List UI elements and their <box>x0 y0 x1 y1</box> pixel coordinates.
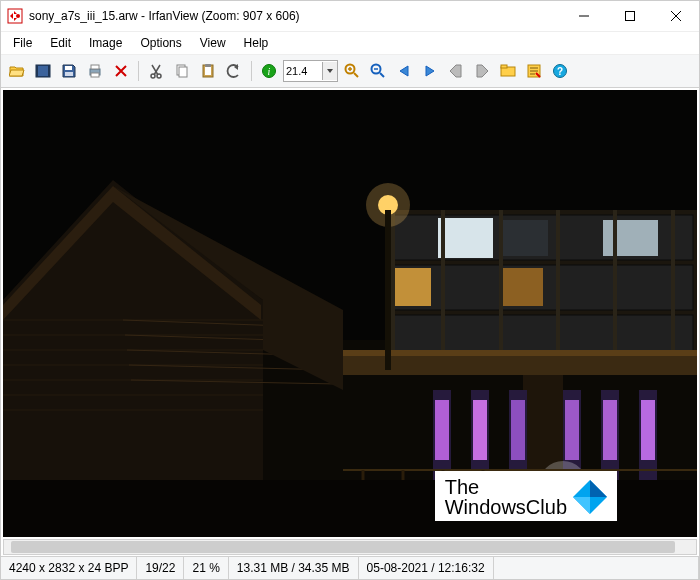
browse-folder-button[interactable] <box>496 59 520 83</box>
svg-point-12 <box>151 74 155 78</box>
svg-rect-50 <box>385 210 391 370</box>
svg-marker-88 <box>590 480 607 497</box>
status-bar: 4240 x 2832 x 24 BPP 19/22 21 % 13.31 MB… <box>1 556 699 579</box>
save-button[interactable] <box>57 59 81 83</box>
menu-options[interactable]: Options <box>132 34 189 52</box>
status-dimensions: 4240 x 2832 x 24 BPP <box>1 557 137 579</box>
watermark-logo-icon <box>573 480 607 514</box>
watermark-line1: The <box>445 477 567 497</box>
scrollbar-thumb[interactable] <box>11 541 675 553</box>
status-zoom: 21 % <box>184 557 228 579</box>
image-canvas[interactable]: The WindowsClub <box>3 90 697 537</box>
image-viewer: The WindowsClub <box>1 88 699 556</box>
svg-point-13 <box>157 74 161 78</box>
svg-rect-5 <box>36 65 38 77</box>
svg-rect-38 <box>503 268 543 306</box>
svg-rect-18 <box>205 64 211 67</box>
maximize-button[interactable] <box>607 1 653 31</box>
close-button[interactable] <box>653 1 699 31</box>
settings-button[interactable] <box>522 59 546 83</box>
svg-rect-7 <box>65 66 72 70</box>
svg-rect-17 <box>205 67 211 75</box>
menu-edit[interactable]: Edit <box>42 34 79 52</box>
svg-rect-62 <box>641 400 655 460</box>
watermark: The WindowsClub <box>435 471 617 521</box>
app-window: sony_a7s_iii_15.arw - IrfanView (Zoom: 9… <box>0 0 700 580</box>
window-title: sony_a7s_iii_15.arw - IrfanView (Zoom: 9… <box>29 9 561 23</box>
toolbar-separator <box>138 61 139 81</box>
displayed-image <box>3 90 697 537</box>
svg-rect-36 <box>603 220 658 256</box>
svg-rect-45 <box>338 355 697 375</box>
zoom-input[interactable] <box>284 62 322 80</box>
svg-rect-15 <box>179 67 187 77</box>
watermark-line2: WindowsClub <box>445 497 567 517</box>
svg-rect-2 <box>626 12 635 21</box>
svg-rect-10 <box>91 65 99 69</box>
info-button[interactable]: i <box>257 59 281 83</box>
prev-page-button[interactable] <box>444 59 468 83</box>
status-datetime: 05-08-2021 / 12:16:32 <box>359 557 494 579</box>
svg-rect-58 <box>565 400 579 460</box>
svg-rect-52 <box>435 400 449 460</box>
watermark-text: The WindowsClub <box>445 477 567 517</box>
minimize-button[interactable] <box>561 1 607 31</box>
svg-rect-34 <box>438 218 493 258</box>
status-spacer <box>494 557 699 579</box>
menu-view[interactable]: View <box>192 34 234 52</box>
menu-help[interactable]: Help <box>236 34 277 52</box>
svg-rect-54 <box>473 400 487 460</box>
svg-rect-8 <box>65 72 73 76</box>
title-bar: sony_a7s_iii_15.arw - IrfanView (Zoom: 9… <box>1 1 699 32</box>
svg-rect-56 <box>511 400 525 460</box>
svg-rect-24 <box>501 65 507 68</box>
delete-button[interactable] <box>109 59 133 83</box>
zoom-in-button[interactable] <box>340 59 364 83</box>
svg-point-1 <box>16 14 20 18</box>
svg-marker-89 <box>573 497 590 514</box>
prev-button[interactable] <box>392 59 416 83</box>
window-controls <box>561 1 699 31</box>
svg-rect-11 <box>91 73 99 77</box>
status-size: 13.31 MB / 34.35 MB <box>229 557 359 579</box>
menu-file[interactable]: File <box>5 34 40 52</box>
svg-rect-46 <box>338 350 697 356</box>
svg-rect-37 <box>393 268 431 306</box>
help-button[interactable]: ? <box>548 59 572 83</box>
slideshow-button[interactable] <box>31 59 55 83</box>
horizontal-scrollbar[interactable] <box>3 539 697 554</box>
next-button[interactable] <box>418 59 442 83</box>
svg-rect-35 <box>503 220 548 256</box>
zoom-combobox[interactable] <box>283 60 338 82</box>
svg-rect-6 <box>48 65 50 77</box>
status-index: 19/22 <box>137 557 184 579</box>
next-page-button[interactable] <box>470 59 494 83</box>
open-button[interactable] <box>5 59 29 83</box>
paste-button[interactable] <box>196 59 220 83</box>
menu-image[interactable]: Image <box>81 34 130 52</box>
svg-rect-60 <box>603 400 617 460</box>
undo-button[interactable] <box>222 59 246 83</box>
cut-button[interactable] <box>144 59 168 83</box>
copy-button[interactable] <box>170 59 194 83</box>
svg-text:?: ? <box>557 66 563 77</box>
menu-bar: File Edit Image Options View Help <box>1 32 699 55</box>
app-icon <box>7 8 23 24</box>
toolbar: i ? <box>1 55 699 88</box>
toolbar-separator <box>251 61 252 81</box>
zoom-out-button[interactable] <box>366 59 390 83</box>
print-button[interactable] <box>83 59 107 83</box>
svg-rect-4 <box>37 66 49 76</box>
zoom-dropdown-icon[interactable] <box>322 62 337 80</box>
svg-text:i: i <box>268 66 271 77</box>
